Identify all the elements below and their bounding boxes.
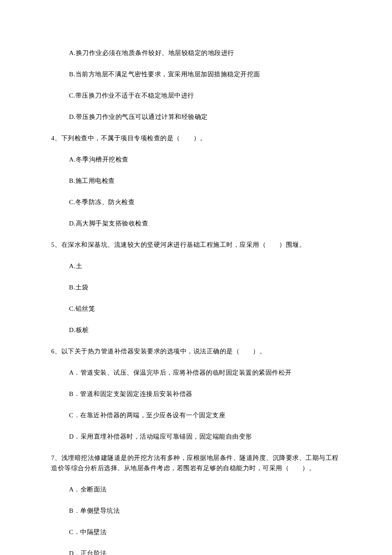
q3-option-d: D.带压换刀作业的气压可以通过计算和经验确定 — [69, 112, 341, 122]
q5-option-c: C.铅丝笼 — [69, 304, 341, 314]
q3-option-b: B.当前方地层不满足气密性要求，宜采用地层加固措施稳定开挖面 — [69, 69, 341, 79]
q6-stem: 6、以下关于热力管道补偿器安装要求的选项中，说法正确的是（ ）。 — [51, 346, 341, 356]
q7-option-d: D．正台阶法 — [69, 548, 341, 555]
q7-option-a: A．全断面法 — [69, 484, 341, 494]
q7-stem: 7、浅埋暗挖法修建隧道是的开挖方法有多种，应根据地层条件、隧道跨度、沉降要求、工… — [51, 453, 341, 473]
q4-option-d: D.高大脚手架支搭验收检查 — [69, 218, 341, 228]
q7-option-c: C．中隔壁法 — [69, 527, 341, 537]
q4-stem: 4、下列检查中，不属于项目专项检查的是（ ）。 — [51, 133, 341, 143]
q5-option-a: A.土 — [69, 261, 341, 271]
q4-option-a: A.冬季沟槽开挖检查 — [69, 154, 341, 165]
q5-option-d: D.板桩 — [69, 325, 341, 335]
q7-option-b: B．单侧壁导坑法 — [69, 506, 341, 516]
q6-option-d: D．采用直埋补偿器时，活动端应可靠锚固，固定端能自由变形 — [69, 431, 341, 442]
q5-option-b: B.土袋 — [69, 282, 341, 292]
q3-option-a: A.换刀作业必须在地质条件较好、地层较稳定的地段进行 — [69, 48, 341, 58]
q6-option-b: B．管道和固定支架固定连接后安装补偿器 — [69, 389, 341, 399]
q6-option-a: A．管道安装、试压、保温完毕后，应将补偿器的临时固定装置的紧固件松开 — [69, 367, 341, 378]
q3-option-c: C.带压换刀作业不适于在不稳定地层中进行 — [69, 90, 341, 101]
q4-option-b: B.施工用电检查 — [69, 176, 341, 186]
q6-option-c: C．在靠近补偿器的两端，至少应各设有一个固定支座 — [69, 410, 341, 420]
q5-stem: 5、在深水和深基坑、流速较大的坚硬河床进行基础工程施工时，应采用（ ）围堰。 — [51, 240, 341, 250]
q4-option-c: C.冬季防冻、防火检查 — [69, 197, 341, 207]
